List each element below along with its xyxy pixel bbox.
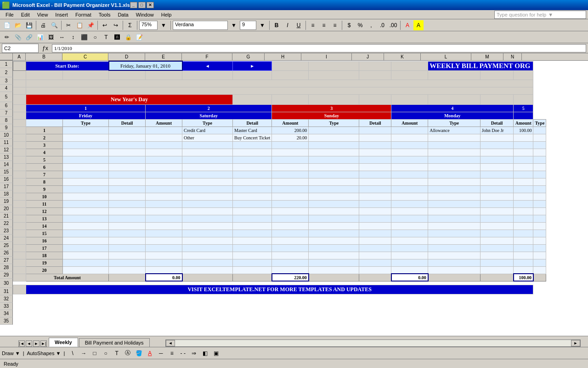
dec-decimal-button[interactable]: .00 [388,20,398,30]
align-center-button[interactable]: ≡ [319,20,329,30]
font-dropdown[interactable]: ▼ [229,20,239,30]
tb2-btn12[interactable]: 🔒 [123,32,133,42]
total-amount-4[interactable]: 100.00 [514,274,533,281]
inc-decimal-button[interactable]: .0 [377,20,387,30]
cell-type-1-1[interactable] [63,126,109,134]
cell-detail-1-1[interactable] [109,126,146,134]
draw-line-btn[interactable]: \ [68,348,78,358]
align-left-button[interactable]: ≡ [308,20,318,30]
col-header-n[interactable]: N [503,53,522,60]
cell-detail-4-2[interactable] [480,134,513,141]
draw-arrow-btn[interactable]: → [79,348,89,358]
total-f[interactable] [233,274,272,281]
cell-k1[interactable] [391,61,428,70]
print-preview-button[interactable]: 🔍 [49,20,59,30]
total-i[interactable] [359,274,391,281]
fill-color-button[interactable]: A [413,20,424,30]
cell-b1[interactable]: Start Date: [26,61,109,70]
cell-detail-3-1[interactable] [359,126,391,134]
cell-m5[interactable] [480,94,513,104]
cell-amount-4-1[interactable]: 100.00 [514,126,533,134]
formula-input[interactable] [52,44,586,52]
redo-button[interactable]: ↪ [111,20,121,30]
tb2-btn9[interactable]: ○ [90,32,100,42]
total-e[interactable] [182,274,233,281]
help-search-box[interactable]: Type question for help ▼ [494,11,586,19]
font-size-input[interactable]: 9 [240,21,256,30]
tb2-btn11[interactable]: 🅰 [112,32,122,42]
cell-type-1-2[interactable] [63,134,109,141]
scrollbar-track[interactable] [175,340,571,346]
tb2-btn4[interactable]: 📊 [35,32,45,42]
underline-button[interactable]: U [294,20,304,30]
menu-item-edit[interactable]: Edit [17,11,34,18]
cell-g2[interactable] [233,70,272,80]
menu-item-help[interactable]: Help [158,11,175,18]
minimize-button[interactable]: _ [130,2,137,8]
scroll-left-button[interactable]: ◄ [166,340,175,346]
col-header-f[interactable]: F [182,53,232,60]
col-header-m[interactable]: M [471,53,503,60]
cell-c2[interactable] [63,70,109,80]
cell-type-5-2[interactable] [533,134,546,141]
tb2-btn7[interactable]: ↕ [68,32,78,42]
cell-type-3-2[interactable] [309,134,359,141]
cell-b2[interactable] [26,70,63,80]
cell-a5[interactable] [13,94,26,104]
close-button[interactable]: ✕ [147,2,154,8]
tb2-btn1[interactable]: ✏ [2,32,12,42]
tb2-btn5[interactable]: 🖼 [46,32,56,42]
draw-oval-btn[interactable]: ○ [101,348,111,358]
paste-button[interactable]: 📌 [85,20,96,30]
cell-a4[interactable] [13,87,26,94]
copy-button[interactable]: 📋 [74,20,85,30]
cell-a1[interactable] [13,61,26,70]
cell-l5[interactable] [428,94,481,104]
cell-i1[interactable] [309,61,359,70]
cell-k5[interactable] [391,94,428,104]
cell-a3[interactable] [13,80,26,87]
new-button[interactable]: 📄 [2,20,12,30]
col-header-b[interactable]: B [26,53,62,60]
cut-button[interactable]: ✂ [63,20,74,30]
comma-button[interactable]: , [366,20,376,30]
col-header-i[interactable]: I [301,53,352,60]
cell-f2[interactable] [182,70,233,80]
col-header-g[interactable]: G [232,53,265,60]
draw-3d-btn[interactable]: ▣ [211,348,221,358]
tb2-btn3[interactable]: 🔗 [24,32,34,42]
tb2-btn8[interactable]: ⬛ [79,32,89,42]
cell-detail-3-2[interactable] [359,134,391,141]
cell-b4[interactable] [26,87,533,94]
total-h[interactable] [309,274,359,281]
col-header-c[interactable]: C [62,53,108,60]
draw-arrow-style-btn[interactable]: ⇒ [189,348,199,358]
cell-type-5-1[interactable] [533,126,546,134]
total-l[interactable] [480,274,513,281]
autoshapes-label[interactable]: AutoShapes ▼ [27,351,61,356]
cell-l2[interactable] [428,70,481,80]
total-amount-1[interactable]: 0.00 [146,274,182,281]
sum-button[interactable]: Σ [125,20,135,30]
font-color-button[interactable]: A [402,20,413,30]
col-header-e[interactable]: E [145,53,182,60]
tab-last-button[interactable]: ►| [40,340,47,347]
total-detail[interactable] [109,274,146,281]
print-button[interactable]: 🖨 [38,20,48,30]
scroll-right-button[interactable]: ► [571,340,580,346]
cell-nav-prev[interactable]: ◄ [182,61,233,70]
cell-j1[interactable] [359,61,391,70]
draw-rect-btn[interactable]: □ [90,348,100,358]
cell-detail-2-2[interactable]: Buy Concert Ticket [233,134,272,141]
name-box[interactable] [2,44,39,53]
cell-amount-4-2[interactable] [514,134,533,141]
cell-d2[interactable] [109,70,146,80]
cell-a8[interactable] [13,119,26,126]
cell-h5[interactable] [272,94,309,104]
cell-detail-4-1[interactable]: John Doe Jr [480,126,513,134]
menu-item-view[interactable]: View [34,11,52,18]
cell-detail-2-1[interactable]: Master Card [233,126,272,134]
cell-a10[interactable] [13,134,26,141]
menu-item-file[interactable]: File [2,11,17,18]
col-header-h[interactable]: H [265,53,301,60]
